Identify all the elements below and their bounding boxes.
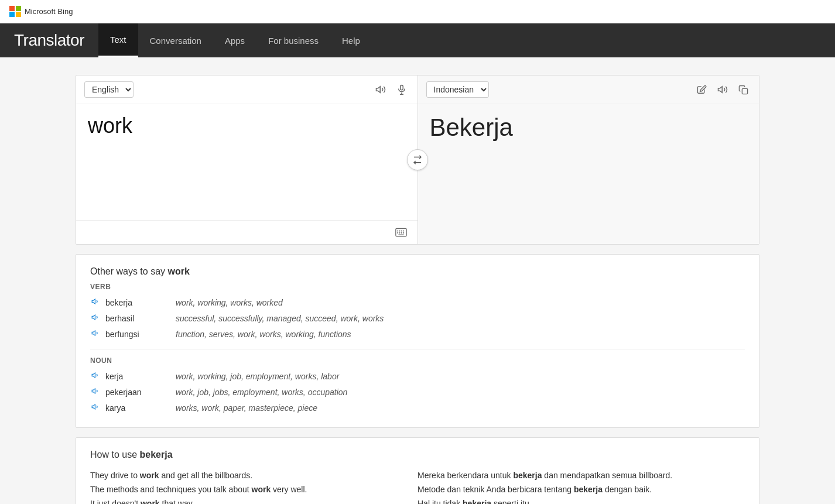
alt-synonyms-pekerjaan: work, job, jobs, employment, works, occu… bbox=[176, 388, 347, 397]
alt-speak-karya[interactable] bbox=[90, 402, 101, 414]
nav-for-business[interactable]: For business bbox=[256, 23, 330, 57]
svg-marker-0 bbox=[376, 87, 380, 93]
target-text: Bekerja bbox=[430, 114, 748, 142]
alt-row-pekerjaan: pekerjaan work, job, jobs, employment, w… bbox=[90, 384, 745, 400]
nav-help[interactable]: Help bbox=[330, 23, 372, 57]
alt-word-bekerja: bekerja bbox=[105, 298, 176, 307]
logo-square-red bbox=[9, 6, 15, 11]
svg-marker-18 bbox=[92, 331, 95, 335]
alt-synonyms-karya: works, work, paper, masterpiece, piece bbox=[176, 403, 317, 413]
nav-apps[interactable]: Apps bbox=[213, 23, 256, 57]
alt-speak-bekerja[interactable] bbox=[90, 296, 101, 308]
logo-square-green bbox=[16, 6, 21, 11]
bing-logo-squares bbox=[9, 6, 21, 18]
ex1-en-bold: work bbox=[140, 471, 159, 480]
pos-divider bbox=[90, 349, 745, 349]
alt-row-bekerja: bekerja work, working, works, worked bbox=[90, 294, 745, 310]
ex1-id-after: dan mendapatkan semua billboard. bbox=[542, 471, 672, 480]
brand-name: Translator bbox=[0, 31, 98, 50]
target-panel-header: Indonesian bbox=[418, 76, 759, 104]
examples-title: How to use bekerja bbox=[90, 450, 745, 460]
logo-square-blue bbox=[9, 12, 15, 17]
examples-table: They drive to work and get all the billb… bbox=[90, 468, 745, 504]
ex2-en-before: The methods and techniques you talk abou… bbox=[90, 485, 252, 494]
ex1-id-before: Mereka berkendara untuk bbox=[418, 471, 513, 480]
pos-noun-label: NOUN bbox=[90, 356, 745, 365]
alt-row-karya: karya works, work, paper, masterpiece, p… bbox=[90, 400, 745, 416]
bing-logo-text: Microsoft Bing bbox=[25, 7, 73, 16]
alt-word-kerja: kerja bbox=[105, 372, 176, 381]
alt-word-berhasil: berhasil bbox=[105, 314, 176, 323]
alt-row-kerja: kerja work, working, job, employment, wo… bbox=[90, 368, 745, 384]
alt-synonyms-kerja: work, working, job, employment, works, l… bbox=[176, 372, 339, 381]
keyboard-button[interactable] bbox=[393, 225, 409, 239]
source-panel: English bbox=[76, 76, 418, 244]
target-edit-button[interactable] bbox=[694, 83, 709, 97]
ex3-en-bold: work bbox=[141, 499, 160, 504]
translator-box: English bbox=[76, 75, 759, 245]
swap-languages-button[interactable] bbox=[407, 149, 428, 170]
alt-row-berhasil: berhasil successful, successfully, manag… bbox=[90, 310, 745, 326]
ex2-en-bold: work bbox=[252, 485, 271, 494]
alt-word-karya: karya bbox=[105, 403, 176, 413]
navbar: Translator Text Conversation Apps For bu… bbox=[0, 23, 835, 57]
svg-marker-21 bbox=[92, 404, 95, 409]
target-panel-body: Bekerja bbox=[418, 104, 759, 244]
source-header-icons bbox=[373, 82, 409, 97]
source-panel-header: English bbox=[76, 76, 418, 104]
alt-synonyms-bekerja: work, working, works, worked bbox=[176, 298, 283, 307]
svg-marker-16 bbox=[92, 299, 95, 304]
examples-title-word: bekerja bbox=[139, 450, 172, 460]
source-text: work bbox=[88, 114, 406, 138]
svg-marker-17 bbox=[92, 315, 95, 320]
example-en-2: The methods and techniques you talk abou… bbox=[90, 482, 418, 496]
target-language-select[interactable]: Indonesian bbox=[426, 81, 489, 98]
example-row-1: They drive to work and get all the billb… bbox=[90, 468, 745, 482]
source-mic-button[interactable] bbox=[394, 82, 409, 97]
ex3-id-before: Hal itu tidak bbox=[418, 499, 463, 504]
alternatives-title: Other ways to say work bbox=[90, 266, 745, 277]
alternatives-title-word: work bbox=[168, 266, 190, 276]
alt-synonyms-berfungsi: function, serves, work, works, working, … bbox=[176, 330, 351, 339]
alt-word-berfungsi: berfungsi bbox=[105, 330, 176, 339]
svg-rect-1 bbox=[400, 85, 403, 90]
ex3-id-bold: bekerja bbox=[463, 499, 491, 504]
alt-speak-berhasil[interactable] bbox=[90, 312, 101, 324]
ex1-en-after: and get all the billboards. bbox=[159, 471, 253, 480]
example-row-3: It just doesn't work that way. Hal itu t… bbox=[90, 496, 745, 504]
source-panel-footer bbox=[76, 220, 418, 244]
ex3-id-after: seperti itu. bbox=[491, 499, 531, 504]
target-header-icons bbox=[694, 82, 751, 97]
ex2-en-after: very well. bbox=[271, 485, 307, 494]
ex3-en-after: that way. bbox=[160, 499, 194, 504]
alt-speak-berfungsi[interactable] bbox=[90, 328, 101, 340]
svg-marker-14 bbox=[718, 87, 723, 93]
ex2-id-after: dengan baik. bbox=[603, 485, 652, 494]
target-speak-button[interactable] bbox=[715, 82, 730, 97]
alt-row-berfungsi: berfungsi function, serves, work, works,… bbox=[90, 326, 745, 342]
ex2-id-before: Metode dan teknik Anda berbicara tentang bbox=[418, 485, 574, 494]
example-id-1: Mereka berkendara untuk bekerja dan mend… bbox=[418, 468, 745, 482]
bing-logo: Microsoft Bing bbox=[9, 6, 73, 18]
alt-speak-kerja[interactable] bbox=[90, 370, 101, 382]
example-row-2: The methods and techniques you talk abou… bbox=[90, 482, 745, 496]
top-bar: Microsoft Bing bbox=[0, 0, 835, 23]
nav-text[interactable]: Text bbox=[98, 23, 138, 57]
source-speak-button[interactable] bbox=[373, 82, 388, 97]
nav-conversation[interactable]: Conversation bbox=[138, 23, 213, 57]
example-en-1: They drive to work and get all the billb… bbox=[90, 468, 418, 482]
example-id-2: Metode dan teknik Anda berbicara tentang… bbox=[418, 482, 745, 496]
alt-synonyms-berhasil: successful, successfully, managed, succe… bbox=[176, 314, 384, 323]
example-en-3: It just doesn't work that way. bbox=[90, 496, 418, 504]
svg-rect-15 bbox=[742, 88, 747, 94]
main-content: English bbox=[66, 75, 769, 504]
alternatives-section: Other ways to say work VERB bekerja work… bbox=[76, 254, 759, 428]
svg-marker-19 bbox=[92, 373, 95, 378]
source-language-select[interactable]: English bbox=[84, 81, 134, 98]
target-panel: Indonesian bbox=[418, 76, 759, 244]
target-copy-button[interactable] bbox=[736, 83, 751, 97]
ex1-id-bold: bekerja bbox=[513, 471, 542, 480]
example-id-3: Hal itu tidak bekerja seperti itu. bbox=[418, 496, 745, 504]
alt-speak-pekerjaan[interactable] bbox=[90, 386, 101, 398]
examples-section: How to use bekerja They drive to work an… bbox=[76, 437, 759, 504]
